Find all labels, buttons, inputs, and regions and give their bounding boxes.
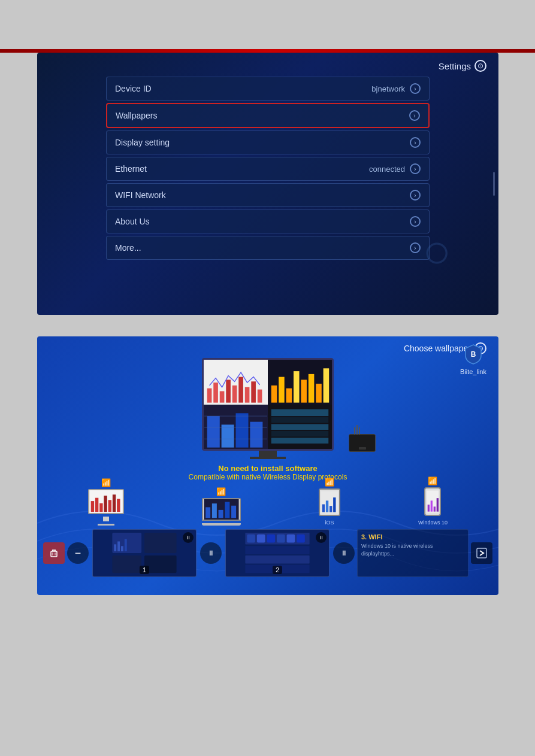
prev-button[interactable]: −	[67, 542, 89, 564]
menu-item-device-id-left: Device ID	[115, 84, 152, 93]
menu-item-wallpapers[interactable]: Wallpapers ›	[106, 103, 430, 128]
thumbnail-2-pause-icon: ⏸	[316, 532, 327, 543]
svg-rect-43	[231, 506, 236, 518]
device-monitor-chart	[89, 490, 123, 513]
thumbnail-1[interactable]: ⏸ 1	[92, 529, 197, 577]
about-label: About Us	[115, 217, 150, 226]
next-button[interactable]	[471, 542, 492, 564]
wallpapers-label: Wallpapers	[116, 111, 158, 120]
svg-rect-62	[144, 533, 177, 553]
device-id-chevron: ›	[410, 83, 421, 94]
svg-rect-63	[112, 555, 141, 573]
svg-rect-79	[297, 535, 305, 543]
svg-rect-2	[213, 382, 218, 402]
tagline-main: No need to install software	[189, 464, 347, 473]
svg-rect-78	[287, 535, 295, 543]
menu-item-display-right: ›	[410, 137, 421, 148]
menu-item-wallpapers-right: ›	[409, 110, 420, 121]
sidebar-wifi-label: 3. WIFI	[361, 533, 464, 541]
device-id-label: Device ID	[115, 84, 152, 93]
settings-label: Settings	[439, 61, 471, 71]
chart-bottom-right	[268, 405, 332, 450]
about-chevron: ›	[410, 216, 421, 227]
prev-icon: −	[75, 547, 81, 560]
svg-rect-45	[322, 505, 325, 512]
svg-text:B: B	[471, 350, 476, 359]
svg-rect-52	[434, 506, 436, 511]
menu-item-display-left: Display setting	[115, 138, 170, 147]
menu-item-ethernet[interactable]: Ethernet connected ›	[106, 157, 430, 181]
chart-bottom-left	[204, 405, 268, 450]
ethernet-label: Ethernet	[115, 164, 147, 174]
device-laptop: 📶	[202, 498, 241, 526]
sidebar-info-panel: 3. WIFI Windows 10 is native wireless di…	[357, 529, 468, 577]
svg-rect-47	[330, 506, 332, 512]
device-phone: 📶 Windows 10	[418, 487, 448, 526]
svg-rect-71	[245, 546, 309, 554]
menu-item-about-right: ›	[410, 216, 421, 227]
svg-rect-4	[226, 379, 231, 402]
menu-item-ethernet-left: Ethernet	[115, 164, 147, 174]
svg-rect-40	[212, 503, 217, 518]
pause-button[interactable]: ⏸	[200, 542, 222, 564]
svg-rect-10	[271, 385, 277, 403]
settings-header: Settings ⊙	[37, 53, 498, 77]
settings-title: Settings ⊙	[439, 60, 486, 72]
device-phone-display	[424, 487, 441, 516]
svg-rect-54	[51, 551, 57, 557]
device-tablet: 📶 iOS	[319, 488, 340, 526]
wallpapers-chevron: ›	[409, 110, 420, 121]
svg-rect-72	[245, 555, 309, 564]
menu-item-more-right: ›	[410, 242, 421, 253]
menu-item-display[interactable]: Display setting ›	[106, 130, 430, 154]
devices-row: 📶	[37, 484, 498, 527]
settings-menu-list: Device ID bjnetwork › Wallpapers › Displ…	[37, 77, 498, 262]
menu-item-wallpapers-left: Wallpapers	[116, 111, 158, 120]
menu-item-wifi-left: WIFI Network	[115, 190, 166, 200]
device-laptop-chart	[203, 499, 240, 520]
ethernet-status: connected	[369, 165, 405, 174]
display-label: Display setting	[115, 138, 170, 147]
svg-rect-32	[95, 498, 98, 512]
monitor-base	[250, 457, 286, 459]
wifi-label: WIFI Network	[115, 190, 166, 200]
svg-rect-64	[144, 555, 177, 573]
delete-button[interactable]	[43, 542, 65, 564]
svg-rect-13	[294, 371, 300, 403]
sidebar-wifi-desc: Windows 10 is native wireless displayhtt…	[361, 542, 464, 557]
device-ios-label: iOS	[325, 520, 334, 526]
menu-item-about[interactable]: About Us ›	[106, 210, 430, 233]
menu-item-wifi-right: ›	[410, 190, 421, 201]
thumbnail-2-number: 2	[273, 566, 282, 574]
svg-rect-29	[271, 438, 329, 444]
svg-rect-46	[326, 500, 328, 512]
menu-item-more-left: More...	[115, 243, 141, 253]
next-icon	[476, 548, 487, 558]
monitor-display	[202, 358, 334, 451]
svg-rect-1	[207, 388, 212, 403]
svg-rect-5	[232, 385, 237, 403]
svg-rect-12	[286, 388, 292, 403]
svg-rect-77	[277, 535, 285, 543]
menu-item-device-id[interactable]: Device ID bjnetwork ›	[106, 77, 430, 101]
monitor-stand	[259, 451, 277, 457]
svg-rect-11	[279, 377, 285, 403]
device-laptop-display	[202, 498, 241, 521]
menu-item-wifi[interactable]: WIFI Network ›	[106, 183, 430, 207]
thumbnail-2[interactable]: ⏸ 2	[225, 529, 330, 577]
svg-rect-34	[104, 496, 107, 512]
scrollbar[interactable]	[493, 172, 495, 196]
svg-rect-26	[271, 417, 329, 423]
svg-rect-35	[108, 500, 111, 512]
menu-item-device-id-right: bjnetwork ›	[371, 83, 421, 94]
device-win-label: Windows 10	[418, 520, 448, 526]
pause-button-2[interactable]: ⏸	[333, 542, 355, 564]
monitor-container	[202, 358, 334, 459]
svg-rect-42	[225, 502, 229, 518]
svg-rect-75	[257, 535, 265, 543]
svg-rect-50	[428, 505, 430, 512]
svg-rect-68	[125, 539, 127, 551]
svg-rect-53	[437, 498, 439, 512]
menu-item-more[interactable]: More... ›	[106, 236, 430, 260]
thumbnail-1-pause-icon: ⏸	[183, 532, 194, 543]
